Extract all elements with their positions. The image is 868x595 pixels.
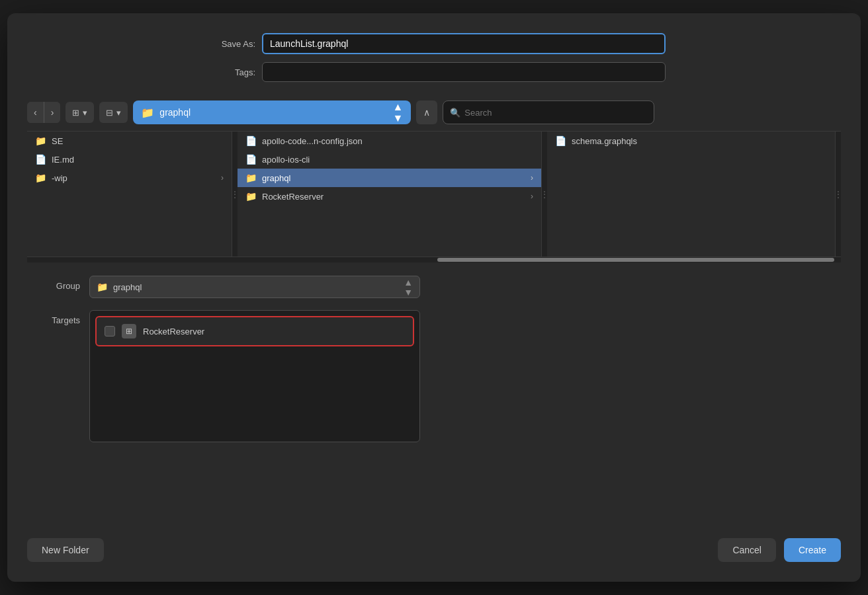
list-item[interactable]: 📄 IE.md (27, 150, 232, 169)
folder-icon: 📁 (245, 191, 257, 202)
browser-col-left: 📁 SE 📄 IE.md 📁 -wip › (27, 132, 232, 257)
targets-row: Targets ⊞ RocketReserver (27, 310, 841, 442)
list-item[interactable]: 📄 apollo-ios-cli (238, 150, 541, 169)
view-grid-button[interactable]: ⊟ ▾ (99, 102, 128, 123)
chevron-right-icon: › (531, 173, 533, 182)
search-icon: 🔍 (450, 108, 460, 118)
folder-icon: 📁 (245, 173, 257, 183)
current-folder-label: graphql (159, 107, 387, 118)
list-item[interactable]: 📁 RocketReserver › (238, 187, 541, 206)
target-item[interactable]: ⊞ RocketReserver (95, 316, 414, 346)
col-separator-1 (232, 132, 238, 257)
scrollbar-thumb[interactable] (437, 258, 834, 262)
grid-icon: ⊟ (106, 108, 113, 118)
form-section: Save As: Tags: (27, 33, 841, 94)
folder-gray-icon: 📁 (97, 282, 108, 292)
nav-button-group: ‹ › (27, 102, 60, 123)
file-icon: 📄 (35, 154, 46, 165)
group-dropdown[interactable]: 📁 graphql ▲ ▼ (89, 276, 420, 298)
save-as-row: Save As: (202, 33, 666, 54)
back-button[interactable]: ‹ (27, 102, 44, 123)
col-separator-2 (542, 132, 547, 257)
group-value: graphql (113, 282, 398, 292)
file-icon: 📄 (555, 136, 566, 146)
location-stepper-icon: ▲ ▼ (393, 102, 404, 124)
targets-label: Targets (27, 310, 80, 325)
search-input[interactable] (464, 108, 647, 118)
list-item[interactable]: 📁 graphql › (238, 169, 541, 187)
tags-input[interactable] (262, 62, 666, 82)
browser-col-right: 📄 schema.graphqls (547, 132, 836, 257)
item-name: -wip (52, 173, 67, 183)
item-name: SE (52, 136, 63, 146)
cancel-button[interactable]: Cancel (718, 538, 776, 562)
chevron-right-icon: › (221, 173, 224, 182)
item-name: apollo-code...n-config.json (262, 136, 363, 146)
chevron-up-icon: ∧ (423, 107, 430, 118)
list-item[interactable]: 📄 schema.graphqls (547, 132, 835, 150)
view-grid-chevron: ▾ (116, 108, 121, 118)
expand-button[interactable]: ∧ (416, 100, 437, 124)
forward-button[interactable]: › (44, 102, 61, 123)
new-folder-button[interactable]: New Folder (27, 538, 104, 562)
view-columns-button[interactable]: ⊞ ▾ (65, 102, 94, 123)
item-name: graphql (262, 173, 290, 183)
chevron-left-icon: ‹ (34, 107, 37, 118)
create-button[interactable]: Create (784, 538, 841, 562)
view-columns-chevron: ▾ (83, 108, 87, 118)
folder-icon: 📁 (35, 173, 46, 183)
file-icon: 📄 (245, 154, 257, 165)
columns-icon: ⊞ (72, 108, 79, 118)
tags-row: Tags: (202, 62, 666, 82)
chevron-right-icon: › (51, 107, 54, 118)
target-checkbox[interactable] (105, 326, 115, 337)
tags-label: Tags: (202, 67, 255, 77)
item-name: RocketReserver (262, 192, 324, 202)
search-box[interactable]: 🔍 (443, 100, 654, 124)
list-item[interactable]: 📁 -wip › (27, 169, 232, 187)
browser-col-mid: 📄 apollo-code...n-config.json 📄 apollo-i… (238, 132, 542, 257)
col-separator-3 (836, 132, 841, 257)
file-browser: 📁 SE 📄 IE.md 📁 -wip › 📄 apollo-code...n-… (27, 132, 841, 257)
toolbar: ‹ › ⊞ ▾ ⊟ ▾ 📁 graphql ▲ ▼ ∧ 🔍 (27, 94, 841, 132)
horizontal-scrollbar[interactable] (27, 257, 841, 262)
item-name: apollo-ios-cli (262, 155, 310, 165)
item-name: IE.md (52, 155, 74, 165)
chevron-right-icon: › (531, 192, 533, 201)
save-as-label: Save As: (202, 39, 255, 49)
targets-box: ⊞ RocketReserver (89, 310, 420, 442)
file-icon: 📄 (245, 136, 257, 146)
group-row: Group 📁 graphql ▲ ▼ (27, 276, 841, 298)
list-item[interactable]: 📁 SE (27, 132, 232, 150)
bottom-section: Group 📁 graphql ▲ ▼ Targets ⊞ RocketRe (27, 262, 841, 449)
app-icon: ⊞ (122, 324, 136, 338)
folder-icon: 📁 (35, 136, 46, 146)
app-icon-symbol: ⊞ (126, 327, 132, 336)
folder-blue-icon: 📁 (141, 106, 154, 119)
list-item[interactable]: 📄 apollo-code...n-config.json (238, 132, 541, 150)
footer-right-buttons: Cancel Create (718, 538, 841, 562)
save-dialog: Save As: Tags: ‹ › ⊞ ▾ ⊟ ▾ 📁 graphql (7, 13, 861, 582)
location-dropdown[interactable]: 📁 graphql ▲ ▼ (133, 100, 411, 124)
group-label: Group (27, 276, 80, 291)
group-stepper-icon: ▲ ▼ (404, 278, 413, 297)
footer: New Folder Cancel Create (27, 525, 841, 562)
item-name: schema.graphqls (572, 136, 637, 146)
target-name: RocketReserver (143, 327, 204, 337)
save-as-input[interactable] (262, 33, 666, 54)
